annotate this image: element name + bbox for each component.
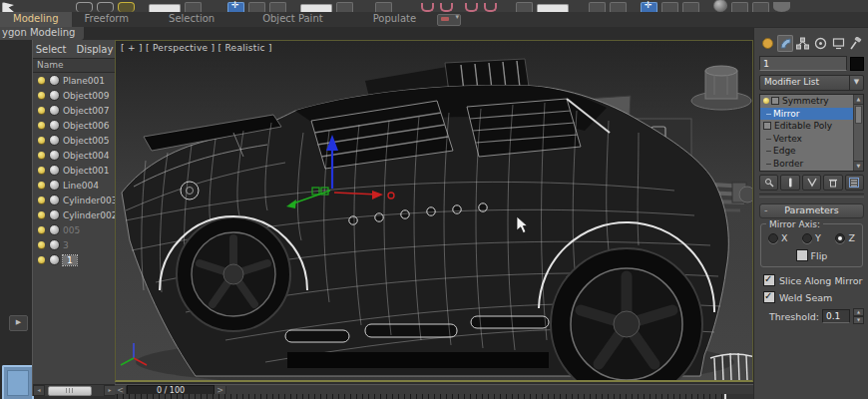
- select-and-scale-icon[interactable]: [269, 2, 286, 12]
- list-item-selected[interactable]: 1: [33, 252, 116, 267]
- light-toggle-icon[interactable]: [38, 92, 45, 99]
- scroll-down-arrow[interactable]: ▼: [854, 161, 863, 171]
- checkbox-icon[interactable]: [763, 291, 775, 303]
- explorer-tab-select[interactable]: Select: [36, 44, 67, 55]
- object-name-field[interactable]: 1: [759, 56, 847, 71]
- explorer-tab-display[interactable]: Display: [76, 44, 113, 55]
- percent-snap-icon[interactable]: [465, 3, 478, 12]
- render-icon[interactable]: [773, 2, 790, 12]
- axis-z-radio[interactable]: Z: [835, 232, 855, 243]
- light-toggle-icon[interactable]: [38, 107, 45, 114]
- named-selection-sets-field[interactable]: [537, 4, 569, 12]
- viewport-label[interactable]: [ + ] [ Perspective ] [ Realistic ]: [121, 43, 272, 53]
- horizontal-scrollbar[interactable]: ◂ ▸: [33, 384, 116, 396]
- weld-seam-checkbox[interactable]: Weld Seam: [763, 291, 864, 303]
- list-item[interactable]: Object001: [33, 163, 116, 178]
- unlink-selection-icon[interactable]: [97, 2, 114, 12]
- list-item[interactable]: Line004: [33, 178, 116, 193]
- ribbon-tab-object-paint[interactable]: Object Paint: [249, 12, 336, 27]
- list-item[interactable]: Object006: [33, 118, 116, 133]
- list-item[interactable]: Object004: [33, 148, 116, 163]
- list-item[interactable]: Cylinder002: [33, 207, 116, 222]
- select-object-icon[interactable]: [2, 2, 14, 12]
- subobject-item[interactable]: Polygon: [760, 170, 863, 172]
- show-end-result-icon[interactable]: [780, 175, 799, 191]
- list-item[interactable]: Object007: [33, 103, 116, 118]
- ribbon-tab-freeform[interactable]: Freeform: [72, 12, 143, 27]
- curve-editor-icon[interactable]: [661, 2, 678, 12]
- light-toggle-icon[interactable]: [38, 167, 45, 174]
- select-and-move-icon[interactable]: [227, 2, 244, 12]
- reference-coordinate-dropdown[interactable]: [300, 4, 332, 12]
- subobject-item[interactable]: Edge: [760, 145, 863, 158]
- light-toggle-icon[interactable]: [38, 182, 45, 189]
- spinner-snap-icon[interactable]: [484, 3, 497, 12]
- schematic-view-icon[interactable]: [682, 2, 699, 12]
- radio-icon[interactable]: [835, 233, 845, 243]
- selection-filter-dropdown[interactable]: [149, 4, 181, 12]
- perspective-viewport[interactable]: [ + ] [ Perspective ] [ Realistic ]: [115, 40, 753, 382]
- name-column-header[interactable]: Name: [33, 58, 116, 73]
- render-setup-icon[interactable]: [731, 2, 748, 12]
- floating-window-fragment[interactable]: [2, 365, 34, 399]
- bind-to-spacewarp-icon[interactable]: [118, 2, 135, 12]
- checkbox-icon[interactable]: [763, 274, 775, 286]
- light-toggle-icon[interactable]: [38, 77, 45, 84]
- object-color-swatch[interactable]: [850, 57, 864, 71]
- hierarchy-tab-icon[interactable]: [794, 35, 811, 52]
- track-bar[interactable]: [115, 394, 753, 399]
- display-tab-icon[interactable]: [830, 35, 847, 52]
- configure-modifier-sets-icon[interactable]: [845, 175, 864, 191]
- select-and-rotate-icon[interactable]: [248, 2, 265, 12]
- rear-wheel[interactable]: [177, 217, 290, 331]
- light-toggle-icon[interactable]: [38, 241, 45, 248]
- select-and-link-icon[interactable]: [76, 2, 93, 12]
- viewport-canvas[interactable]: [116, 41, 752, 380]
- flip-checkbox[interactable]: Flip: [796, 249, 828, 261]
- modifier-stack-item[interactable]: Symmetry: [760, 95, 863, 108]
- list-item[interactable]: 3: [33, 237, 116, 252]
- align-icon[interactable]: [610, 2, 627, 12]
- light-toggle-icon[interactable]: [38, 197, 45, 203]
- scrollbar-thumb[interactable]: [48, 386, 92, 396]
- subobject-item[interactable]: Border: [760, 158, 863, 171]
- list-item[interactable]: Plane001: [33, 73, 116, 88]
- scene-explorer-icon[interactable]: [641, 2, 657, 12]
- light-toggle-icon[interactable]: [38, 122, 45, 129]
- scroll-up-arrow[interactable]: ▲: [854, 95, 863, 105]
- ribbon-config-button[interactable]: [437, 14, 461, 26]
- rendered-frame-icon[interactable]: [752, 2, 769, 12]
- subobject-item[interactable]: Vertex: [760, 133, 863, 146]
- parameters-rollout-header[interactable]: - Parameters: [759, 203, 864, 218]
- modifier-stack-item[interactable]: Editable Poly: [760, 120, 863, 133]
- spin-down-icon[interactable]: ▼: [853, 316, 864, 324]
- utilities-tab-icon[interactable]: [847, 35, 864, 52]
- checkbox-icon[interactable]: [796, 249, 808, 261]
- remove-modifier-icon[interactable]: [823, 175, 842, 191]
- modifier-list-dropdown[interactable]: Modifier List ▼: [759, 75, 864, 91]
- ribbon-tab-selection[interactable]: Selection: [156, 12, 227, 27]
- stack-scrollbar[interactable]: ▲ ▼: [853, 95, 863, 171]
- angle-snap-icon[interactable]: [440, 3, 453, 12]
- light-toggle-icon[interactable]: [38, 152, 45, 159]
- mirror-icon[interactable]: [589, 2, 606, 12]
- light-toggle-icon[interactable]: [38, 226, 45, 233]
- light-toggle-icon[interactable]: [38, 256, 45, 263]
- ribbon-tab-populate[interactable]: Populate: [360, 12, 429, 27]
- spin-up-icon[interactable]: ▲: [853, 308, 864, 316]
- ribbon-tab-modeling[interactable]: Modeling: [0, 12, 72, 27]
- radio-icon[interactable]: [802, 233, 812, 243]
- light-toggle-icon[interactable]: [38, 137, 45, 144]
- edit-named-sets-icon[interactable]: [516, 2, 533, 12]
- rail-expand-button[interactable]: ▶: [9, 315, 28, 331]
- list-item[interactable]: 005: [33, 222, 116, 237]
- scroll-left-arrow[interactable]: ◂: [33, 385, 45, 396]
- snap-toggle-icon[interactable]: [421, 3, 434, 12]
- modify-tab-icon[interactable]: [777, 35, 794, 52]
- material-editor-icon[interactable]: [713, 0, 727, 12]
- threshold-field[interactable]: 0.1: [822, 309, 850, 323]
- modifier-stack-item-selected[interactable]: Mirror: [760, 108, 863, 121]
- modifier-onoff-icon[interactable]: [763, 98, 769, 104]
- threshold-spinner[interactable]: ▲ ▼: [853, 308, 864, 324]
- list-item[interactable]: Object009: [33, 88, 116, 103]
